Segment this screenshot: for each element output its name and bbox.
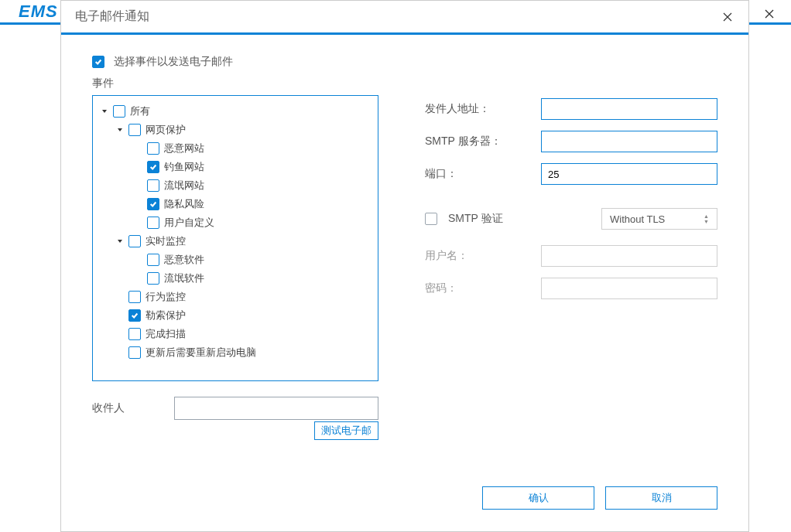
label-usercustom: 用户自定义	[164, 216, 214, 230]
caret-icon[interactable]	[101, 107, 108, 115]
caret-icon[interactable]	[116, 126, 124, 134]
tree-row-roguesoft[interactable]: 流氓软件	[98, 269, 373, 288]
email-notify-modal: 电子邮件通知 选择事件以发送电子邮件 事件 所有	[60, 0, 749, 532]
right-column: 发件人地址： SMTP 服务器： 端口： SMTP 验证 Without TLS…	[402, 55, 717, 466]
tree-row-all[interactable]: 所有	[98, 102, 373, 121]
caret-icon[interactable]	[116, 237, 124, 245]
checkbox-behavior[interactable]	[128, 291, 141, 303]
main-enable-checkbox[interactable]	[92, 56, 104, 68]
checkbox-badsite[interactable]	[147, 142, 159, 155]
test-email-button[interactable]: 测试电子邮	[314, 421, 378, 440]
tree-row-scandone[interactable]: 完成扫描	[98, 325, 373, 343]
checkbox-privacy[interactable]	[147, 198, 159, 210]
user-input	[541, 245, 717, 267]
label-all: 所有	[130, 104, 150, 118]
pass-label: 密码：	[425, 281, 541, 295]
checkbox-ransom[interactable]	[128, 309, 141, 322]
tree-row-roguesite[interactable]: 流氓网站	[98, 176, 373, 195]
port-label: 端口：	[425, 167, 541, 181]
select-chevrons-icon: ▲▼	[704, 214, 709, 224]
smtp-input[interactable]	[541, 131, 717, 152]
user-label: 用户名：	[425, 249, 541, 263]
label-badsite: 恶意网站	[164, 142, 204, 155]
from-input[interactable]	[541, 98, 717, 120]
tls-selected-value: Without TLS	[610, 213, 665, 225]
tree-row-phishing[interactable]: 钓鱼网站	[98, 158, 373, 176]
modal-footer: 确认 取消	[61, 474, 748, 531]
left-column: 选择事件以发送电子邮件 事件 所有 网页保护 恶意网站	[92, 55, 378, 466]
smtp-label: SMTP 服务器：	[425, 135, 541, 148]
tls-select[interactable]: Without TLS ▲▼	[601, 208, 717, 230]
tree-row-usercustom[interactable]: 用户自定义	[98, 213, 373, 232]
checkbox-scandone[interactable]	[128, 328, 141, 340]
modal-body: 选择事件以发送电子邮件 事件 所有 网页保护 恶意网站	[61, 35, 748, 474]
events-tree: 所有 网页保护 恶意网站 钓鱼网站	[92, 95, 378, 381]
port-input[interactable]	[541, 163, 717, 185]
checkbox-webprotect[interactable]	[128, 124, 141, 136]
checkbox-phishing[interactable]	[147, 161, 159, 173]
checkbox-usercustom[interactable]	[147, 217, 159, 229]
from-label: 发件人地址：	[425, 102, 541, 116]
tree-row-ransom[interactable]: 勒索保护	[98, 306, 373, 325]
brand-text: EMS	[0, 2, 58, 22]
label-scandone: 完成扫描	[146, 327, 186, 341]
modal-header: 电子邮件通知	[61, 1, 748, 35]
label-roguesite: 流氓网站	[164, 179, 204, 193]
ok-button[interactable]: 确认	[482, 486, 594, 510]
pass-input	[541, 278, 717, 299]
label-ransom: 勒索保护	[146, 309, 186, 322]
label-phishing: 钓鱼网站	[164, 160, 204, 174]
tree-row-behavior[interactable]: 行为监控	[98, 288, 373, 306]
checkbox-realtime[interactable]	[128, 235, 141, 247]
label-roguesoft: 流氓软件	[164, 271, 204, 285]
checkbox-updaterestart[interactable]	[128, 346, 141, 359]
label-realtime: 实时监控	[146, 234, 186, 248]
label-webprotect: 网页保护	[146, 123, 186, 137]
smtp-auth-checkbox[interactable]	[425, 213, 437, 225]
modal-close-button[interactable]	[721, 10, 734, 24]
checkbox-malware[interactable]	[147, 254, 159, 266]
tree-row-privacy[interactable]: 隐私风险	[98, 195, 373, 213]
tree-row-realtime[interactable]: 实时监控	[98, 232, 373, 251]
parent-close-button[interactable]	[762, 6, 777, 22]
checkbox-all[interactable]	[113, 105, 125, 118]
tree-row-malware[interactable]: 恶意软件	[98, 251, 373, 269]
smtp-auth-label: SMTP 验证	[448, 212, 594, 226]
label-behavior: 行为监控	[146, 290, 186, 304]
label-privacy: 隐私风险	[164, 197, 204, 211]
tree-row-badsite[interactable]: 恶意网站	[98, 139, 373, 158]
recipient-label: 收件人	[92, 397, 139, 415]
events-label: 事件	[92, 77, 378, 90]
main-enable-label: 选择事件以发送电子邮件	[114, 55, 233, 69]
modal-title: 电子邮件通知	[75, 9, 149, 25]
label-malware: 恶意软件	[164, 253, 204, 267]
checkbox-roguesite[interactable]	[147, 179, 159, 192]
tree-row-webprotect[interactable]: 网页保护	[98, 121, 373, 139]
cancel-button[interactable]: 取消	[605, 486, 717, 510]
recipient-input[interactable]	[174, 397, 378, 420]
tree-row-updaterestart[interactable]: 更新后需要重新启动电脑	[98, 343, 373, 362]
checkbox-roguesoft[interactable]	[147, 272, 159, 285]
label-updaterestart: 更新后需要重新启动电脑	[146, 346, 256, 360]
